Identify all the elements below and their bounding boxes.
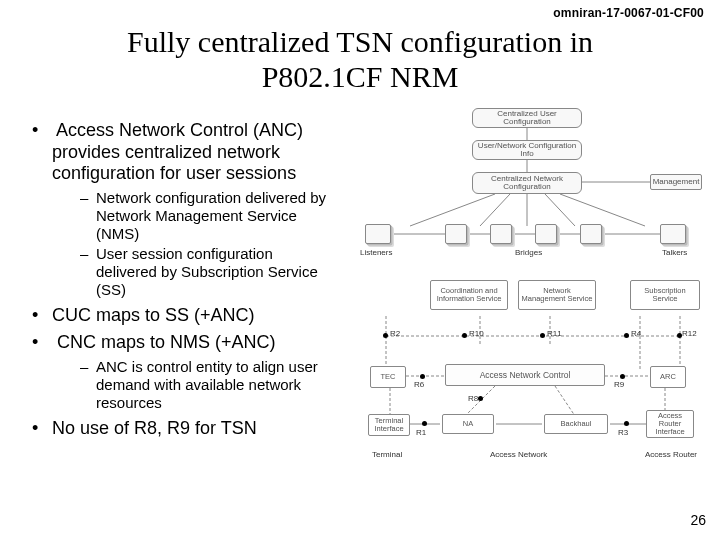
fig1-cnc-box: Centralized Network Configuration [472,172,582,194]
figures-area: Centralized User Configuration User/Netw… [350,106,705,466]
fig2-r11-lbl: R11 [547,329,562,338]
fig2-r1-lbl: R1 [416,428,426,437]
fig1-bridge-1 [445,224,467,244]
bullet-4: No use of R8, R9 for TSN [32,418,332,440]
fig1-listeners-label: Listeners [360,248,392,257]
fig2-r6-lbl: R6 [414,380,424,389]
fig1-info-box: User/Network Configuration Info [472,140,582,160]
bullet-1-sub-2: User session configuration delivered by … [80,245,332,299]
fig2-r11-dot [540,333,545,338]
fig2-r6-dot [420,374,425,379]
fig1-talker-box [660,224,686,244]
fig2-anc-box: Access Network Control [445,364,605,386]
doc-id: omniran-17-0067-01-CF00 [553,6,704,20]
fig1-mgmt-box: Management [650,174,702,190]
page-number: 26 [690,512,706,528]
fig1-bridge-2 [490,224,512,244]
fig2-r10-dot [462,333,467,338]
fig2-ari-box: Access Router Interface [646,410,694,438]
title-line-2: P802.1CF NRM [262,60,459,93]
title-line-1: Fully centralized TSN configuration in [127,25,593,58]
fig2-cis-box: Coordination and Information Service [430,280,508,310]
fig2-nms-box: Network Management Service [518,280,596,310]
svg-line-4 [480,194,510,226]
svg-line-6 [545,194,575,226]
bullet-2: CUC maps to SS (+ANC) [32,305,332,327]
fig1-bridge-3 [535,224,557,244]
page-title: Fully centralized TSN configuration in P… [0,24,720,95]
bullet-3: CNC maps to NMS (+ANC) ANC is control en… [32,332,332,412]
fig2-r4-lbl: R4 [631,329,641,338]
fig1-bridges-label: Bridges [515,248,542,257]
bullet-content: Access Network Control (ANC) provides ce… [32,120,332,446]
svg-line-7 [560,194,645,226]
bullet-1-text: Access Network Control (ANC) provides ce… [52,120,303,183]
fig2-terminal-lbl: Terminal [372,450,402,459]
bullet-3-text: CNC maps to NMS (+ANC) [57,332,276,352]
fig2-r3-dot [624,421,629,426]
fig2-ti-box: Terminal Interface [368,414,410,436]
fig1-cuc-box: Centralized User Configuration [472,108,582,128]
fig2-ss-box: Subscription Service [630,280,700,310]
fig2-r8-lbl: R8 [468,394,478,403]
fig2-r2-dot [383,333,388,338]
fig1-talkers-label: Talkers [662,248,687,257]
fig2-accessnetwork-lbl: Access Network [490,450,547,459]
fig2-r1-dot [422,421,427,426]
fig2-r4-dot [624,333,629,338]
figure-tsn-overview: Centralized User Configuration User/Netw… [350,106,705,262]
bullet-1: Access Network Control (ANC) provides ce… [32,120,332,299]
figure-nrm-refpts: Coordination and Information Service Net… [350,276,705,466]
bullet-3-sub-1: ANC is control entity to align user dema… [80,358,332,412]
fig2-r3-lbl: R3 [618,428,628,437]
fig2-r10-lbl: R10 [469,329,484,338]
fig2-r9-lbl: R9 [614,380,624,389]
fig2-arc-box: ARC [650,366,686,388]
fig2-r12-lbl: R12 [682,329,697,338]
fig2-tec-box: TEC [370,366,406,388]
bullet-1-sub-1: Network configuration delivered by Netwo… [80,189,332,243]
fig2-na-box: NA [442,414,494,434]
fig1-listener-box [365,224,391,244]
svg-line-17 [555,386,575,416]
fig1-bridge-4 [580,224,602,244]
fig2-r8-dot [478,396,483,401]
fig2-r9-dot [620,374,625,379]
fig2-accessrouter-lbl: Access Router [645,450,697,459]
fig2-bh-box: Backhaul [544,414,608,434]
svg-line-3 [410,194,495,226]
fig2-r2-lbl: R2 [390,329,400,338]
